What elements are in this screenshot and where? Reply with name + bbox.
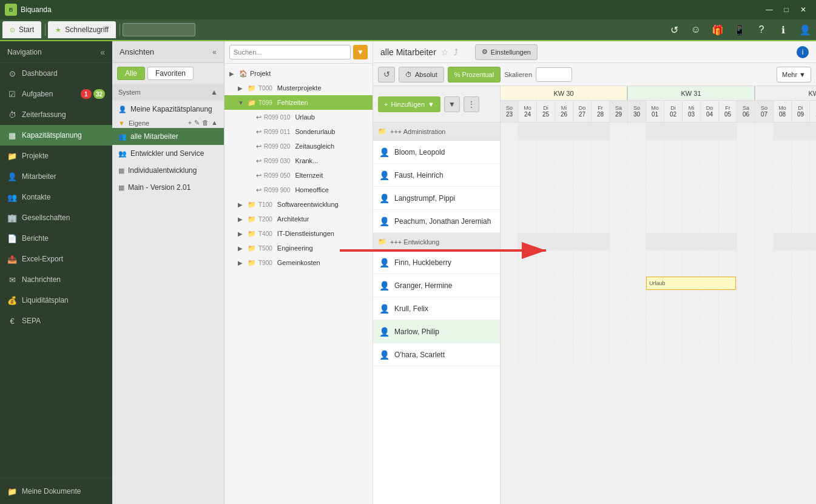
edit-filter-icon[interactable]: ✎: [194, 119, 200, 127]
tree-item-projekt[interactable]: ▶ 🏠 Projekt: [224, 66, 373, 81]
smiley-icon[interactable]: ☺: [687, 21, 704, 38]
chevron-up-icon[interactable]: ▲: [211, 119, 218, 127]
tree-item-t900[interactable]: ▶ 📁 T900 Gemeinkosten: [224, 255, 373, 270]
absolut-button[interactable]: ⏱ Absolut: [399, 67, 444, 82]
employee-row-faust[interactable]: 👤 Faust, Heinrich: [373, 164, 500, 187]
cal-day-header-3: Mi26: [555, 101, 573, 122]
badge-2: 32: [93, 89, 105, 99]
cal-cell: [683, 187, 701, 209]
mehr-button[interactable]: Mehr ▼: [777, 67, 811, 82]
employee-row-granger[interactable]: 👤 Granger, Hermine: [373, 274, 500, 297]
main-version-icon: ▦: [118, 184, 124, 192]
tab-start[interactable]: ⊙ Start: [2, 21, 41, 38]
nav-collapse-button[interactable]: «: [100, 47, 105, 57]
day-num: 01: [652, 111, 658, 118]
info-header-icon[interactable]: ℹ: [775, 21, 792, 38]
list-filter-button[interactable]: ▼: [444, 96, 460, 112]
tree-item-fehlzeiten[interactable]: ▼ 📁 T099 Fehlzeiten: [224, 95, 373, 110]
star-favorite-icon[interactable]: ☆: [441, 47, 449, 57]
employee-row-langstrumpf[interactable]: 👤 Langstrumpf, Pippi: [373, 187, 500, 210]
employee-row-peachum[interactable]: 👤 Peachum, Jonathan Jeremiah: [373, 210, 500, 233]
cal-cell: [719, 164, 737, 186]
tree-item-krank[interactable]: ▶ ↩ R099 030 Krank...: [224, 153, 373, 168]
sidebar-item-berichte[interactable]: 📄 Berichte: [0, 228, 112, 249]
tree-item-t100[interactable]: ▶ 📁 T100 Softwareentwicklung: [224, 197, 373, 212]
ansichten-collapse-button[interactable]: «: [212, 48, 217, 56]
sidebar-item-excel-export[interactable]: 📤 Excel-Export: [0, 249, 112, 269]
ansichten-item-main-version[interactable]: ▦ Main - Version 2.01: [112, 179, 224, 196]
info-circle-button[interactable]: i: [797, 46, 809, 58]
tree-item-sonderurlaub[interactable]: ▶ ↩ R099 011 Sonderurlaub: [224, 124, 373, 139]
cal-cell: [810, 343, 816, 366]
refresh-header-icon[interactable]: ↺: [666, 21, 683, 38]
sidebar-item-kapazitaetsplanung[interactable]: ▦ Kapazitätsplanung: [0, 125, 112, 146]
tree-item-urlaub[interactable]: ▶ ↩ R099 010 Urlaub: [224, 110, 373, 124]
tree-search-input[interactable]: [229, 45, 351, 59]
sidebar-item-aufgaben[interactable]: ☑ Aufgaben 1 32: [0, 84, 112, 104]
settings-button[interactable]: ⚙ Einstellungen: [475, 44, 538, 60]
cal-cell: [537, 164, 555, 186]
folder-icon: 📁: [248, 201, 256, 209]
cal-cell: [792, 187, 810, 209]
close-button[interactable]: ✕: [795, 4, 811, 16]
scale-box[interactable]: [536, 67, 572, 82]
tree-item-t500[interactable]: ▶ 📁 T500 Engineering: [224, 241, 373, 255]
sidebar-item-mitarbeiter[interactable]: 👤 Mitarbeiter: [0, 166, 112, 187]
tree-item-zeitausgleich[interactable]: ▶ ↩ R099 020 Zeitausgleich: [224, 139, 373, 153]
tree-item-t000[interactable]: ▶ 📁 T000 Musterprojekte: [224, 81, 373, 95]
ansichten-item-individualentwicklung[interactable]: ▦ Individualentwicklung: [112, 162, 224, 179]
refresh-button[interactable]: ↺: [378, 67, 395, 82]
tab-search-input[interactable]: [123, 23, 195, 36]
list-options-button[interactable]: ⋮: [464, 96, 479, 112]
cal-cell: [792, 297, 810, 320]
meine-dokumente-item[interactable]: 📁 Meine Dokumente: [0, 482, 112, 500]
sidebar-item-dashboard[interactable]: ⊙ Dashboard: [0, 63, 112, 84]
employee-row-ohara[interactable]: 👤 O'hara, Scarlett: [373, 343, 500, 366]
help-icon[interactable]: ?: [753, 21, 770, 38]
user-header-icon[interactable]: 👤: [797, 21, 814, 38]
tree-item-t200[interactable]: ▶ 📁 T200 Architektur: [224, 212, 373, 226]
gift-icon[interactable]: 🎁: [709, 21, 726, 38]
sidebar-item-nachrichten[interactable]: ✉ Nachrichten: [0, 269, 112, 290]
employee-row-bloom[interactable]: 👤 Bloom, Leopold: [373, 141, 500, 164]
tree-filter-button[interactable]: ▼: [353, 45, 368, 59]
sidebar-item-zeiterfassung[interactable]: ⏱ Zeiterfassung: [0, 104, 112, 125]
share-icon[interactable]: ⤴: [454, 47, 458, 57]
filter-icon: ▼: [118, 119, 125, 127]
maximize-button[interactable]: □: [778, 4, 794, 16]
tree-item-homeoffice[interactable]: ▶ ↩ R099 900 Homeoffice: [224, 183, 373, 197]
mobile-icon[interactable]: 📱: [731, 21, 748, 38]
cal-cell: [683, 164, 701, 186]
sidebar-item-kontakte[interactable]: 👥 Kontakte: [0, 187, 112, 207]
cal-cell: [519, 251, 537, 274]
system-section-header[interactable]: System ▲: [112, 84, 224, 101]
tab-schnellzugriff[interactable]: ★ Schnellzugriff: [48, 21, 116, 38]
employee-row-finn[interactable]: 👤 Finn, Huckleberry: [373, 251, 500, 274]
cal-cell: [701, 343, 719, 366]
tree-item-t400[interactable]: ▶ 📁 T400 IT-Dienstleistungen: [224, 226, 373, 241]
sidebar-item-sepa[interactable]: € SEPA: [0, 311, 112, 331]
delete-filter-icon[interactable]: 🗑: [202, 119, 209, 127]
cal-cell: [573, 141, 592, 163]
employee-row-marlow[interactable]: 👤 Marlow, Philip: [373, 320, 500, 343]
cal-cell: [719, 187, 737, 209]
ansichten-item-meine-kap[interactable]: 👤 Meine Kapazitätsplanung: [112, 101, 224, 118]
minimize-button[interactable]: —: [761, 4, 777, 16]
sidebar-item-projekte[interactable]: 📁 Projekte: [0, 146, 112, 166]
ansichten-item-label: Entwickler und Service: [130, 149, 204, 158]
cal-cell: [628, 274, 646, 297]
add-filter-icon[interactable]: +: [188, 119, 192, 127]
ansichten-item-alle-mitarbeiter[interactable]: 👥 alle Mitarbeiter: [112, 128, 224, 145]
cal-week-kw30: KW 30: [501, 86, 628, 100]
tree-item-code: T900: [258, 260, 272, 266]
sidebar-item-liquiditaetsplan[interactable]: 💰 Liquiditätsplan: [0, 290, 112, 311]
cal-cell: [610, 320, 628, 343]
tree-item-elternzeit[interactable]: ▶ ↩ R099 050 Elternzeit: [224, 168, 373, 183]
tab-favoriten[interactable]: Favoriten: [147, 67, 194, 80]
tab-alle[interactable]: Alle: [117, 67, 145, 80]
prozentual-button[interactable]: % Prozentual: [448, 67, 501, 82]
ansichten-item-entwickler[interactable]: 👥 Entwickler und Service: [112, 145, 224, 162]
sidebar-item-gesellschaften[interactable]: 🏢 Gesellschaften: [0, 207, 112, 228]
add-employee-button[interactable]: + Hinzufügen ▼: [378, 96, 440, 112]
employee-row-krull[interactable]: 👤 Krull, Felix: [373, 297, 500, 320]
